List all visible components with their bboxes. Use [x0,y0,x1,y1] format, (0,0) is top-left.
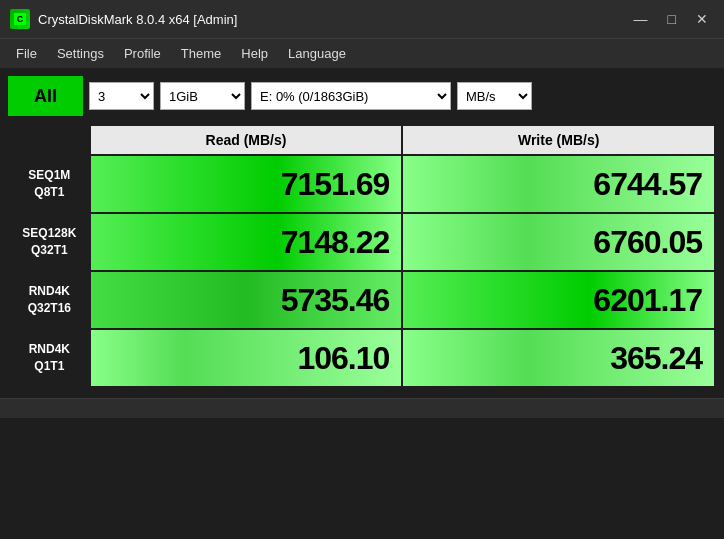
read-cell-1: 7148.22 [90,213,403,271]
row-label-0: SEQ1M Q8T1 [9,155,90,213]
write-cell-0: 6744.57 [402,155,715,213]
table-row: RND4K Q32T16 5735.46 6201.17 [9,271,715,329]
write-cell-2: 6201.17 [402,271,715,329]
menu-bar: File Settings Profile Theme Help Languag… [0,38,724,68]
menu-file[interactable]: File [6,42,47,65]
row-label-3: RND4K Q1T1 [9,329,90,387]
read-value-1: 7148.22 [281,224,390,261]
read-bar-3: 106.10 [91,330,402,386]
menu-help[interactable]: Help [231,42,278,65]
main-content: All 3 1 5 1GiB 512MiB 4GiB E: 0% (0/1863… [0,68,724,396]
window-controls: — □ ✕ [628,9,714,29]
app-icon: C [10,9,30,29]
read-bar-0: 7151.69 [91,156,402,212]
loops-select[interactable]: 3 1 5 [89,82,154,110]
read-header: Read (MB/s) [90,125,403,155]
write-cell-1: 6760.05 [402,213,715,271]
unit-select[interactable]: MB/s GB/s IOPS [457,82,532,110]
benchmark-table: Read (MB/s) Write (MB/s) SEQ1M Q8T1 7151… [8,124,716,388]
table-row: RND4K Q1T1 106.10 365.24 [9,329,715,387]
menu-profile[interactable]: Profile [114,42,171,65]
write-header: Write (MB/s) [402,125,715,155]
maximize-button[interactable]: □ [662,9,682,29]
menu-language[interactable]: Language [278,42,356,65]
write-value-2: 6201.17 [593,282,702,319]
row-label-1: SEQ128K Q32T1 [9,213,90,271]
read-cell-2: 5735.46 [90,271,403,329]
write-value-0: 6744.57 [593,166,702,203]
window-title: CrystalDiskMark 8.0.4 x64 [Admin] [38,12,628,27]
status-bar [0,398,724,418]
read-bar-1: 7148.22 [91,214,402,270]
table-row: SEQ128K Q32T1 7148.22 6760.05 [9,213,715,271]
row-label-2: RND4K Q32T16 [9,271,90,329]
drive-select[interactable]: E: 0% (0/1863GiB) [251,82,451,110]
size-select[interactable]: 1GiB 512MiB 4GiB [160,82,245,110]
read-cell-3: 106.10 [90,329,403,387]
read-cell-0: 7151.69 [90,155,403,213]
write-value-1: 6760.05 [593,224,702,261]
table-row: SEQ1M Q8T1 7151.69 6744.57 [9,155,715,213]
close-button[interactable]: ✕ [690,9,714,29]
write-bar-2: 6201.17 [403,272,714,328]
write-value-3: 365.24 [610,340,702,377]
menu-settings[interactable]: Settings [47,42,114,65]
read-value-0: 7151.69 [281,166,390,203]
write-bar-0: 6744.57 [403,156,714,212]
read-bar-2: 5735.46 [91,272,402,328]
write-bar-3: 365.24 [403,330,714,386]
title-bar: C CrystalDiskMark 8.0.4 x64 [Admin] — □ … [0,0,724,38]
read-value-3: 106.10 [297,340,389,377]
write-cell-3: 365.24 [402,329,715,387]
toolbar: All 3 1 5 1GiB 512MiB 4GiB E: 0% (0/1863… [8,76,716,116]
minimize-button[interactable]: — [628,9,654,29]
svg-text:C: C [17,14,24,24]
write-bar-1: 6760.05 [403,214,714,270]
read-value-2: 5735.46 [281,282,390,319]
all-button[interactable]: All [8,76,83,116]
menu-theme[interactable]: Theme [171,42,231,65]
empty-header [9,125,90,155]
